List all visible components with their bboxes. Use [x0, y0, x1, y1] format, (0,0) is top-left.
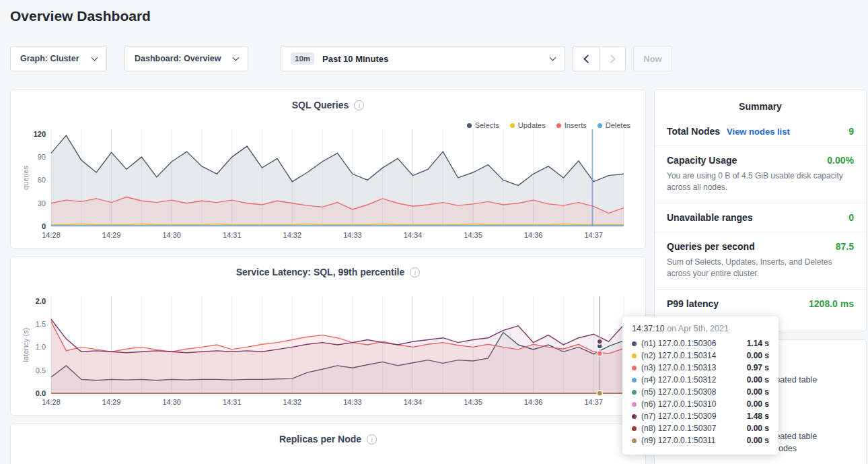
- tooltip-node-label: (n7) 127.0.0.1:50309: [641, 411, 716, 421]
- chart-title: SQL Queries: [292, 100, 349, 110]
- svg-text:14:34: 14:34: [404, 231, 423, 239]
- svg-text:14:30: 14:30: [162, 398, 181, 406]
- series-color-dot: [632, 354, 637, 358]
- svg-text:queries: queries: [22, 165, 30, 190]
- dashboard-dropdown[interactable]: Dashboard: Overview: [124, 46, 248, 71]
- svg-text:2.0: 2.0: [36, 297, 46, 305]
- tooltip-node-label: (n9) 127.0.0.1:50311: [641, 436, 716, 445]
- chevron-down-icon: [550, 55, 556, 61]
- info-icon[interactable]: [367, 434, 377, 444]
- chevron-left-icon: [583, 55, 592, 63]
- tooltip-node-value: 0.00 s: [747, 351, 769, 360]
- tooltip-node-label: (n4) 127.0.0.1:50312: [641, 375, 716, 385]
- series-color-dot: [632, 402, 637, 407]
- tooltip-node-label: (n1) 127.0.0.1:50306: [641, 339, 716, 348]
- page-title: Overview Dashboard: [10, 8, 151, 24]
- time-range-badge: 10m: [291, 53, 314, 65]
- replicas-per-node-panel: Replicas per Node: [10, 424, 646, 464]
- sql-queries-chart[interactable]: 030609012014:2814:2914:3014:3114:3214:33…: [20, 125, 636, 244]
- series-color-dot: [632, 341, 637, 346]
- total-nodes-label: Total Nodes: [667, 126, 720, 137]
- p99-latency-label: P99 latency: [667, 298, 719, 309]
- summary-title: Summary: [655, 90, 866, 117]
- tooltip-row: (n1) 127.0.0.1:503061.14 s: [632, 337, 769, 350]
- capacity-note: You are using 0 B of 4.5 GiB usable disk…: [667, 170, 854, 194]
- svg-text:14:33: 14:33: [343, 231, 362, 239]
- next-time-button[interactable]: [599, 46, 626, 71]
- sql-queries-panel: SQL Queries Selects Updates Inserts Dele…: [10, 90, 646, 248]
- graph-dropdown[interactable]: Graph: Cluster: [10, 46, 107, 71]
- svg-text:14:35: 14:35: [464, 398, 482, 406]
- svg-text:14:33: 14:33: [343, 398, 362, 406]
- tooltip-row: (n3) 127.0.0.1:503130.97 s: [632, 362, 769, 374]
- svg-text:14:37: 14:37: [584, 398, 603, 406]
- svg-text:14:32: 14:32: [283, 398, 302, 406]
- tooltip-node-value: 0.00 s: [747, 375, 769, 385]
- svg-text:14:34: 14:34: [404, 398, 423, 406]
- summary-row-total-nodes: Total Nodes View nodes list 9: [655, 117, 866, 146]
- view-nodes-link[interactable]: View nodes list: [727, 127, 790, 137]
- p99-latency-value: 1208.0 ms: [809, 298, 854, 309]
- svg-text:14:36: 14:36: [524, 398, 543, 406]
- tooltip-row: (n7) 127.0.0.1:503091.48 s: [632, 410, 769, 422]
- summary-row-p99-latency: P99 latency 1208.0 ms: [655, 290, 866, 318]
- svg-text:1.5: 1.5: [36, 320, 46, 328]
- series-color-dot: [632, 378, 637, 383]
- series-color-dot: [632, 390, 637, 395]
- tooltip-node-value: 1.14 s: [747, 339, 769, 348]
- qps-value: 87.5: [836, 241, 854, 252]
- tooltip-node-value: 0.00 s: [747, 387, 769, 397]
- summary-panel: Summary Total Nodes View nodes list 9 Ca…: [654, 90, 867, 331]
- svg-text:1.0: 1.0: [36, 343, 46, 351]
- chevron-right-icon: [607, 55, 616, 63]
- svg-text:14:31: 14:31: [223, 231, 242, 239]
- summary-row-capacity: Capacity Usage 0.00% You are using 0 B o…: [655, 146, 866, 203]
- svg-text:0: 0: [42, 222, 46, 230]
- unavailable-ranges-label: Unavailable ranges: [667, 212, 753, 223]
- tooltip-node-label: (n8) 127.0.0.1:50307: [641, 424, 716, 433]
- unavailable-ranges-value: 0: [848, 212, 854, 223]
- capacity-value: 0.00%: [827, 155, 854, 166]
- svg-text:14:32: 14:32: [283, 231, 302, 239]
- svg-text:14:28: 14:28: [42, 398, 61, 406]
- tooltip-row: (n4) 127.0.0.1:503120.00 s: [632, 374, 769, 386]
- svg-text:30: 30: [38, 199, 46, 207]
- tooltip-row: (n8) 127.0.0.1:503070.00 s: [632, 422, 769, 434]
- tooltip-node-label: (n3) 127.0.0.1:50313: [641, 363, 716, 372]
- service-latency-chart[interactable]: 0.00.51.01.52.014:2814:2914:3014:3114:32…: [20, 292, 636, 411]
- chevron-down-icon: [92, 55, 98, 61]
- series-color-dot: [632, 366, 637, 370]
- chart-tooltip: 14:37:10 on Apr 5th, 2021 (n1) 127.0.0.1…: [622, 317, 779, 455]
- series-color-dot: [632, 438, 637, 443]
- svg-text:14:31: 14:31: [223, 398, 242, 406]
- overview-dashboard-page: Overview Dashboard Graph: Cluster Dashbo…: [0, 0, 868, 464]
- svg-text:14:29: 14:29: [102, 398, 121, 406]
- chart-title: Service Latency: SQL, 99th percentile: [236, 267, 405, 277]
- chevron-down-icon: [233, 55, 240, 61]
- svg-text:60: 60: [38, 176, 46, 184]
- prev-time-button[interactable]: [573, 46, 600, 71]
- chart-title: Replicas per Node: [279, 434, 361, 444]
- tooltip-row: (n9) 127.0.0.1:503110.00 s: [632, 434, 769, 446]
- tooltip-row: (n6) 127.0.0.1:503100.00 s: [632, 398, 769, 410]
- summary-row-qps: Queries per second 87.5 Sum of Selects, …: [655, 232, 866, 290]
- svg-text:14:37: 14:37: [584, 231, 603, 239]
- dashboard-dropdown-label: Dashboard: Overview: [135, 54, 221, 63]
- tooltip-node-value: 0.00 s: [747, 424, 769, 433]
- svg-text:90: 90: [38, 153, 46, 161]
- svg-text:14:30: 14:30: [162, 231, 181, 239]
- tooltip-node-value: 0.00 s: [747, 436, 769, 445]
- graph-dropdown-label: Graph: Cluster: [20, 54, 79, 63]
- info-icon[interactable]: [410, 267, 420, 277]
- tooltip-timestamp: 14:37:10 on Apr 5th, 2021: [632, 324, 769, 333]
- time-range-label: Past 10 Minutes: [322, 54, 388, 64]
- now-button[interactable]: Now: [633, 46, 672, 71]
- time-range-picker[interactable]: 10m Past 10 Minutes: [281, 46, 565, 71]
- svg-text:14:36: 14:36: [524, 231, 543, 239]
- qps-note: Sum of Selects, Updates, Inserts, and De…: [667, 257, 854, 280]
- svg-text:14:29: 14:29: [102, 231, 121, 239]
- svg-text:0.0: 0.0: [36, 389, 46, 397]
- summary-row-unavailable-ranges: Unavailable ranges 0: [655, 203, 866, 232]
- info-icon[interactable]: [354, 100, 364, 110]
- total-nodes-value: 9: [848, 126, 854, 137]
